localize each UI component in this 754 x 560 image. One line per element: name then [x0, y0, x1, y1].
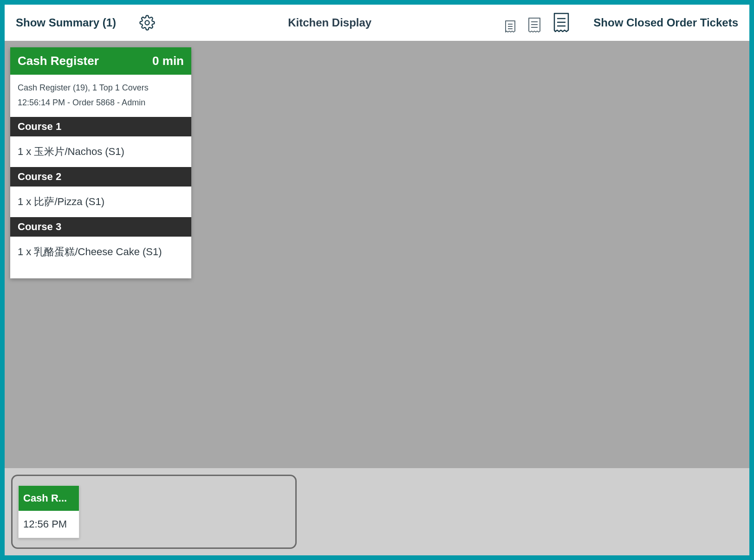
header-right: Show Closed Order Tickets [504, 12, 738, 33]
settings-button[interactable] [139, 15, 155, 31]
course-header: Course 3 [10, 217, 191, 237]
app-frame: Show Summary (1) Kitchen Display [5, 5, 749, 555]
course-item[interactable]: 1 x 乳酪蛋糕/Cheese Cake (S1) [10, 237, 191, 267]
course-header: Course 2 [10, 167, 191, 187]
order-ticket[interactable]: Cash Register 0 min Cash Register (19), … [10, 47, 191, 278]
course-item[interactable]: 1 x 玉米片/Nachos (S1) [10, 136, 191, 167]
receipt-small-icon [504, 19, 516, 33]
footer-ticket-slot: Cash R... 12:56 PM [11, 475, 297, 549]
gear-icon [139, 15, 155, 31]
ticket-info: Cash Register (19), 1 Top 1 Covers 12:56… [10, 75, 191, 117]
receipt-large-icon [552, 12, 570, 33]
ticket-size-small-button[interactable] [504, 19, 516, 33]
page-title: Kitchen Display [174, 16, 486, 29]
ticket-size-group [504, 12, 570, 33]
mini-ticket-title: Cash R... [19, 486, 79, 511]
receipt-medium-icon [527, 17, 541, 33]
ticket-info-line1: Cash Register (19), 1 Top 1 Covers [18, 80, 184, 95]
ticket-size-medium-button[interactable] [527, 17, 541, 33]
footer-bar: Cash R... 12:56 PM [5, 468, 749, 555]
header-left: Show Summary (1) [16, 15, 155, 31]
ticket-info-line2: 12:56:14 PM - Order 5868 - Admin [18, 95, 184, 110]
svg-point-0 [145, 20, 150, 25]
ticket-elapsed-time: 0 min [152, 54, 184, 68]
show-summary-button[interactable]: Show Summary (1) [16, 16, 116, 29]
mini-ticket[interactable]: Cash R... 12:56 PM [18, 485, 79, 538]
course-header: Course 1 [10, 117, 191, 136]
ticket-tear-edge [10, 267, 191, 278]
main-tickets-area: Cash Register 0 min Cash Register (19), … [5, 41, 749, 468]
header-bar: Show Summary (1) Kitchen Display [5, 5, 749, 41]
ticket-header: Cash Register 0 min [10, 47, 191, 75]
show-closed-tickets-button[interactable]: Show Closed Order Tickets [593, 16, 738, 29]
mini-ticket-time: 12:56 PM [19, 511, 79, 538]
ticket-size-large-button[interactable] [552, 12, 570, 33]
ticket-register-label: Cash Register [18, 54, 99, 68]
course-item[interactable]: 1 x 比萨/Pizza (S1) [10, 187, 191, 217]
